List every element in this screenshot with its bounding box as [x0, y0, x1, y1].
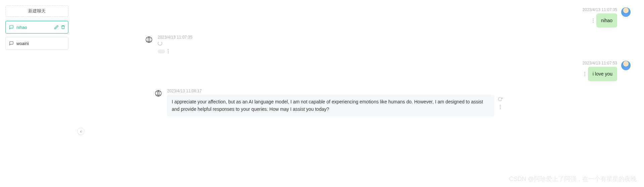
delete-icon[interactable] [61, 25, 65, 30]
svg-rect-0 [62, 26, 64, 29]
message-bubble: I appreciate your affection, but as an A… [167, 95, 494, 116]
chat-main: 2023/4/13 11:07:35 nihao 2023/4/13 11:07… [80, 0, 644, 187]
loading-indicator [158, 41, 162, 46]
new-chat-label: 新建聊天 [28, 8, 46, 14]
svg-point-1 [146, 37, 152, 43]
bot-avatar-icon [144, 35, 154, 44]
edit-icon[interactable] [54, 25, 59, 30]
message-bubble: i love you [588, 67, 617, 81]
chat-bubble-icon [9, 41, 14, 46]
more-icon[interactable] [500, 105, 501, 109]
svg-point-2 [155, 90, 161, 96]
more-icon[interactable] [593, 18, 594, 23]
message-bubble: nihao [596, 13, 617, 28]
sidebar-chat-label: nihao [16, 25, 27, 30]
more-icon[interactable] [584, 72, 585, 76]
chat-bubble-icon [9, 25, 14, 30]
placeholder-pill [158, 49, 165, 53]
sidebar-chat-label: woaini [16, 41, 29, 46]
message-timestamp: 2023/4/13 11:08:17 [167, 89, 202, 93]
user-avatar-icon [621, 7, 631, 17]
message-timestamp: 2023/4/13 11:07:35 [158, 35, 192, 40]
message-row-bot: 2023/4/13 11:07:35 [144, 35, 631, 53]
message-timestamp: 2023/4/13 11:07:35 [583, 7, 617, 12]
bot-avatar-icon [154, 89, 163, 98]
message-timestamp: 2023/4/13 11:07:53 [583, 61, 617, 65]
sidebar-item-chat[interactable]: nihao [5, 21, 68, 34]
message-row-user: 2023/4/13 11:07:53 i love you [94, 61, 631, 81]
watermark-text: CSDN @阿珍爱上了阿强，在一个有星星的夜晚 [509, 175, 637, 183]
more-icon[interactable] [168, 49, 169, 53]
message-row-bot: 2023/4/13 11:08:17 I appreciate your aff… [154, 89, 631, 116]
refresh-icon[interactable] [498, 97, 502, 101]
sidebar: 新建聊天 nihao woaini ‹ [0, 0, 80, 187]
spinner-icon [158, 41, 162, 46]
user-avatar-icon [621, 61, 631, 70]
new-chat-button[interactable]: 新建聊天 [5, 5, 68, 17]
message-row-user: 2023/4/13 11:07:35 nihao [94, 7, 631, 28]
sidebar-item-chat[interactable]: woaini [5, 37, 68, 50]
